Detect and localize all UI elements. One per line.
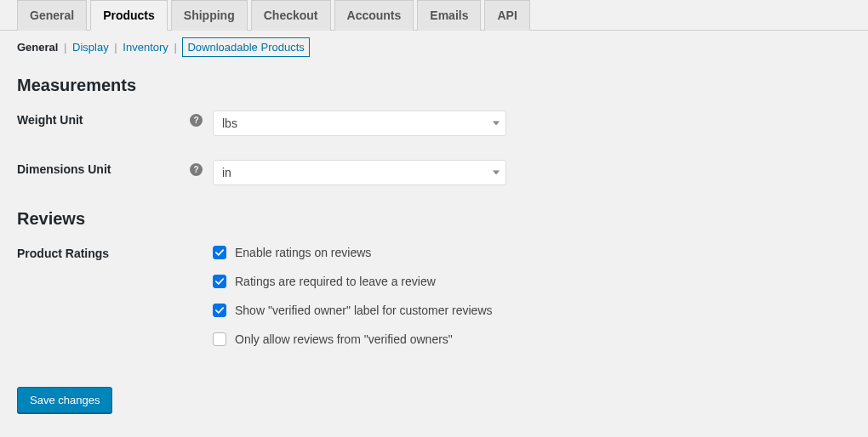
select-weight-unit[interactable]: lbs: [213, 111, 506, 136]
help-icon[interactable]: ?: [190, 114, 203, 127]
subnav-general[interactable]: General: [17, 41, 58, 54]
subnav-downloadable-products[interactable]: Downloadable Products: [182, 37, 309, 57]
label-weight-unit: Weight Unit: [17, 113, 83, 127]
check-icon: [215, 277, 224, 286]
sub-nav: General | Display | Inventory | Download…: [17, 39, 851, 69]
row-weight-unit: Weight Unit ? lbs: [17, 111, 851, 136]
subnav-separator: |: [64, 41, 66, 54]
checkbox-label: Only allow reviews from "verified owners…: [235, 332, 453, 346]
row-dimensions-unit: Dimensions Unit ? in: [17, 160, 851, 185]
select-dimensions-unit[interactable]: in: [213, 160, 506, 185]
tab-general[interactable]: General: [17, 0, 87, 31]
label-dimensions-unit: Dimensions Unit: [17, 162, 111, 176]
checkbox-enable-ratings[interactable]: [213, 246, 226, 259]
check-icon: [215, 306, 224, 315]
checkbox-label: Show "verified owner" label for customer…: [235, 304, 493, 317]
tab-emails[interactable]: Emails: [417, 0, 481, 31]
heading-reviews: Reviews: [17, 209, 851, 229]
label-product-ratings: Product Ratings: [17, 247, 109, 260]
select-value: in: [222, 166, 231, 179]
subnav-display[interactable]: Display: [72, 41, 109, 54]
tab-checkout[interactable]: Checkout: [251, 0, 331, 31]
checkbox-verified-label[interactable]: [213, 304, 226, 317]
row-product-ratings: Product Ratings Enable ratings on review…: [17, 244, 851, 346]
heading-measurements: Measurements: [17, 76, 851, 95]
checkbox-row-ratings-required: Ratings are required to leave a review: [213, 275, 493, 288]
checkbox-label: Enable ratings on reviews: [235, 246, 371, 259]
primary-tabs: General Products Shipping Checkout Accou…: [0, 0, 868, 31]
subnav-separator: |: [174, 41, 176, 54]
check-icon: [215, 248, 224, 257]
checkbox-label: Ratings are required to leave a review: [235, 275, 436, 288]
checkbox-only-verified[interactable]: [213, 332, 226, 346]
checkbox-row-enable-ratings: Enable ratings on reviews: [213, 246, 493, 259]
save-button[interactable]: Save changes: [17, 387, 112, 413]
help-icon[interactable]: ?: [190, 163, 203, 176]
subnav-inventory[interactable]: Inventory: [123, 41, 168, 54]
tab-products[interactable]: Products: [90, 0, 168, 31]
tab-shipping[interactable]: Shipping: [171, 0, 248, 31]
subnav-separator: |: [114, 41, 117, 54]
checkbox-ratings-required[interactable]: [213, 275, 226, 288]
tab-accounts[interactable]: Accounts: [334, 0, 414, 31]
tab-api[interactable]: API: [484, 0, 529, 31]
checkbox-row-only-verified: Only allow reviews from "verified owners…: [213, 332, 493, 346]
checkbox-row-verified-label: Show "verified owner" label for customer…: [213, 304, 493, 317]
select-value: lbs: [222, 116, 237, 130]
